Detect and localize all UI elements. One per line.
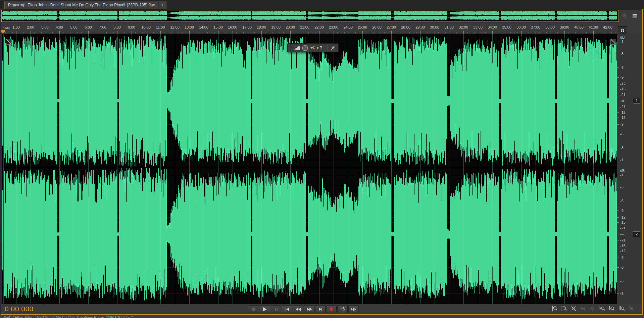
timeline-tick	[117, 31, 117, 34]
zoom-in-time-button[interactable]	[571, 306, 577, 311]
db-tick	[617, 148, 619, 148]
panel-border-bottom	[1, 314, 643, 315]
db-tick	[617, 258, 619, 258]
skip-to-start-button[interactable]	[282, 305, 292, 313]
timeline-tick	[233, 31, 233, 34]
gain-unit-label: dB	[317, 45, 323, 50]
timeline-minute-label: 12:00	[170, 25, 180, 29]
timeline-minute-label: 17:00	[242, 25, 252, 29]
gain-value[interactable]: +0	[310, 45, 315, 50]
timeline-minute-label: 16:00	[228, 25, 237, 29]
timeline-tick	[319, 31, 319, 34]
db-center-label: -∞	[620, 232, 624, 236]
timeline-tick	[146, 31, 146, 34]
timeline-minute-label: 11:00	[156, 25, 165, 29]
db-tick	[617, 42, 619, 42]
record-icon	[329, 307, 334, 311]
timeline-tick	[435, 31, 435, 34]
timeline-minute-label: 28:00	[401, 25, 410, 29]
timeline-minute-label: 36:00	[516, 25, 526, 29]
db-tick	[617, 246, 619, 246]
overview-view-box[interactable]	[1, 10, 619, 22]
timeline-minute-label: 4:00	[56, 25, 63, 29]
db-value-label: -15	[620, 244, 626, 248]
record-button[interactable]	[326, 305, 337, 313]
loop-icon	[340, 307, 345, 311]
db-value-label: -12	[620, 249, 626, 253]
db-value-label: -21	[620, 93, 626, 97]
db-value-label: -3	[620, 52, 624, 56]
timeline-minute-label: 1:00	[12, 25, 19, 29]
timeline-tick	[103, 31, 103, 34]
timeline-tick	[391, 31, 392, 34]
timeline-tick	[492, 31, 493, 34]
waveform-editor-canvas[interactable]	[2, 34, 617, 304]
gain-knob[interactable]	[302, 45, 308, 51]
timeline-minute-label: 38:00	[545, 25, 555, 29]
db-center-label: -∞	[620, 99, 624, 103]
view-corner-handle-left[interactable]	[6, 39, 12, 45]
timeline-tick	[276, 31, 276, 34]
timeline-ruler[interactable]: чмс 1:002:003:004:005:006:007:008:009:00…	[1, 22, 643, 34]
zoom-in-amplitude-button[interactable]	[552, 306, 558, 311]
play-button[interactable]	[260, 305, 270, 313]
view-corner-handle-right[interactable]	[610, 39, 616, 45]
timeline-tick	[16, 31, 16, 34]
hud-separator	[328, 45, 328, 51]
zoom-out-full-button[interactable]	[590, 306, 595, 311]
panel-gripper-icon[interactable]	[1, 1, 3, 8]
fast-forward-button[interactable]	[304, 305, 314, 313]
timeline-tick	[45, 31, 45, 34]
db-value-label: -15	[620, 220, 626, 224]
tab-dropdown-arrow-icon[interactable]: ▼	[158, 1, 166, 9]
zoom-out-time-button[interactable]	[580, 306, 586, 311]
fast-forward-icon	[307, 308, 309, 311]
timeline-tick	[449, 31, 449, 34]
time-display[interactable]: 0:00.000	[5, 305, 34, 313]
overview-waveform[interactable]	[2, 10, 617, 20]
db-tick	[617, 175, 619, 175]
stop-button[interactable]	[249, 305, 259, 313]
zoom-in-right-edge-button[interactable]	[609, 306, 615, 311]
timeline-tick	[132, 31, 132, 34]
editor-tab[interactable]: Редактор: Elton John - Don't Shoot Me I'…	[4, 1, 166, 9]
status-bar: Файл "Elton John - Don't Shoot Me I'm On…	[0, 315, 644, 318]
timeline-tick	[31, 31, 31, 34]
tab-bar: Редактор: Elton John - Don't Shoot Me I'…	[0, 0, 644, 9]
panel-menu-icon[interactable]	[632, 14, 638, 18]
zoom-out-amplitude-button[interactable]	[561, 306, 567, 311]
timeline-minute-label: 6:00	[85, 25, 92, 29]
hud-gripper-icon[interactable]	[290, 45, 292, 50]
db-tick	[617, 293, 619, 293]
channel-badge[interactable]: 1	[633, 98, 640, 104]
db-header: dB	[620, 169, 625, 173]
timeline-minute-label: 39:00	[560, 25, 569, 29]
channel-badge[interactable]: 2	[633, 231, 640, 237]
pin-icon[interactable]	[331, 45, 336, 50]
rewind-button[interactable]	[293, 305, 303, 313]
amplitude-ruler[interactable]: dB-1-1-3-3-6-6-9-9-12-12-15-15-21-21-∞1d…	[617, 34, 643, 304]
timeline-tick	[59, 31, 60, 34]
zoom-reset-button[interactable]	[628, 306, 634, 311]
timeline-tick	[406, 31, 406, 34]
timeline-tick	[521, 31, 522, 34]
loop-playback-button[interactable]	[337, 305, 348, 313]
snap-toggle-button[interactable]	[618, 26, 627, 34]
db-header: dB	[620, 35, 625, 39]
timeline-tick	[593, 31, 594, 34]
skip-to-end-button[interactable]	[315, 305, 326, 313]
skip-to-end-icon	[321, 308, 322, 311]
skip-selection-button[interactable]	[348, 305, 359, 313]
channel-divider[interactable]	[2, 167, 642, 167]
zoom-out-full-icon[interactable]	[622, 13, 628, 19]
db-tick	[617, 134, 619, 134]
zoom-to-selection-button[interactable]	[618, 306, 625, 311]
zoom-in-left-edge-button[interactable]	[599, 306, 605, 311]
db-tick	[617, 217, 619, 218]
db-tick	[617, 281, 619, 281]
pause-button[interactable]	[271, 305, 281, 313]
tab-close-icon[interactable]: ×	[121, 1, 127, 7]
db-value-label: -9	[620, 75, 624, 79]
timeline-minute-label: 14:00	[199, 25, 208, 29]
db-tick	[617, 187, 619, 187]
